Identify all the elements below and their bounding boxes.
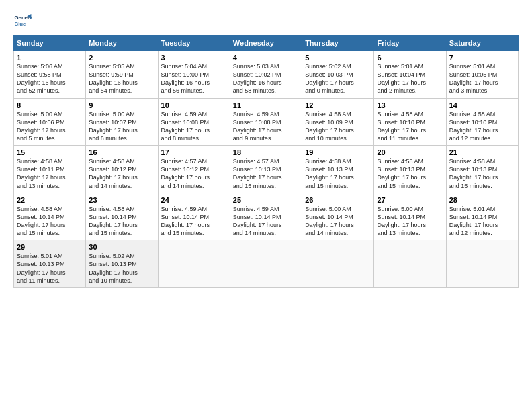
day-info: Sunrise: 5:01 AMSunset: 10:14 PMDaylight… xyxy=(449,205,515,238)
day-number: 16 xyxy=(89,148,154,156)
calendar-cell: 7Sunrise: 5:01 AMSunset: 10:05 PMDayligh… xyxy=(446,51,518,99)
day-number: 25 xyxy=(233,196,299,204)
day-info: Sunrise: 5:03 AMSunset: 10:02 PMDaylight… xyxy=(233,62,299,95)
day-info: Sunrise: 4:58 AMSunset: 10:13 PMDaylight… xyxy=(449,157,515,190)
day-number: 3 xyxy=(161,54,227,62)
day-info: Sunrise: 5:06 AMSunset: 9:58 PMDaylight:… xyxy=(17,62,83,95)
calendar-cell xyxy=(446,240,518,288)
day-info: Sunrise: 4:58 AMSunset: 10:11 PMDaylight… xyxy=(17,157,83,190)
header-tuesday: Tuesday xyxy=(158,36,230,51)
day-number: 1 xyxy=(17,54,83,62)
day-number: 20 xyxy=(377,148,443,156)
calendar-week-3: 15Sunrise: 4:58 AMSunset: 10:11 PMDaylig… xyxy=(14,146,519,193)
logo: General Blue xyxy=(13,12,35,31)
svg-text:Blue: Blue xyxy=(15,21,27,27)
calendar-cell: 4Sunrise: 5:03 AMSunset: 10:02 PMDayligh… xyxy=(230,51,302,99)
day-number: 26 xyxy=(305,196,371,204)
day-info: Sunrise: 4:58 AMSunset: 10:14 PMDaylight… xyxy=(17,205,83,238)
day-info: Sunrise: 4:58 AMSunset: 10:10 PMDaylight… xyxy=(377,110,443,143)
day-number: 12 xyxy=(305,101,371,109)
day-info: Sunrise: 4:58 AMSunset: 10:09 PMDaylight… xyxy=(305,110,371,143)
calendar-cell xyxy=(230,240,302,288)
calendar-cell xyxy=(158,240,230,288)
day-number: 18 xyxy=(233,148,299,156)
day-info: Sunrise: 5:05 AMSunset: 9:59 PMDaylight:… xyxy=(89,62,154,95)
calendar-cell: 19Sunrise: 4:58 AMSunset: 10:13 PMDaylig… xyxy=(302,146,374,193)
day-number: 6 xyxy=(377,54,443,62)
day-info: Sunrise: 4:57 AMSunset: 10:13 PMDaylight… xyxy=(233,157,299,190)
calendar-table: SundayMondayTuesdayWednesdayThursdayFrid… xyxy=(13,35,519,288)
day-info: Sunrise: 5:01 AMSunset: 10:13 PMDaylight… xyxy=(17,252,83,285)
day-number: 11 xyxy=(233,101,299,109)
calendar-cell xyxy=(374,240,446,288)
day-number: 19 xyxy=(305,148,371,156)
day-info: Sunrise: 4:58 AMSunset: 10:13 PMDaylight… xyxy=(377,157,443,190)
calendar-cell: 6Sunrise: 5:01 AMSunset: 10:04 PMDayligh… xyxy=(374,51,446,99)
calendar-cell: 30Sunrise: 5:02 AMSunset: 10:13 PMDaylig… xyxy=(86,240,158,288)
day-number: 9 xyxy=(89,101,154,109)
calendar-cell: 27Sunrise: 5:00 AMSunset: 10:14 PMDaylig… xyxy=(374,193,446,240)
day-number: 15 xyxy=(17,148,83,156)
header-friday: Friday xyxy=(374,36,446,51)
day-number: 10 xyxy=(161,101,227,109)
header-thursday: Thursday xyxy=(302,36,374,51)
day-number: 17 xyxy=(161,148,227,156)
day-number: 21 xyxy=(449,148,515,156)
day-info: Sunrise: 4:58 AMSunset: 10:13 PMDaylight… xyxy=(305,157,371,190)
day-info: Sunrise: 5:01 AMSunset: 10:05 PMDaylight… xyxy=(449,62,515,95)
calendar-cell: 1Sunrise: 5:06 AMSunset: 9:58 PMDaylight… xyxy=(14,51,86,99)
day-number: 4 xyxy=(233,54,299,62)
calendar-week-4: 22Sunrise: 4:58 AMSunset: 10:14 PMDaylig… xyxy=(14,193,519,240)
day-info: Sunrise: 5:01 AMSunset: 10:04 PMDaylight… xyxy=(377,62,443,95)
day-number: 14 xyxy=(449,101,515,109)
calendar-cell: 21Sunrise: 4:58 AMSunset: 10:13 PMDaylig… xyxy=(446,146,518,193)
calendar-cell: 15Sunrise: 4:58 AMSunset: 10:11 PMDaylig… xyxy=(14,146,86,193)
day-number: 30 xyxy=(89,243,154,251)
calendar-cell: 12Sunrise: 4:58 AMSunset: 10:09 PMDaylig… xyxy=(302,98,374,146)
logo-icon: General Blue xyxy=(13,12,32,31)
day-info: Sunrise: 4:59 AMSunset: 10:14 PMDaylight… xyxy=(233,205,299,238)
calendar-header-row: SundayMondayTuesdayWednesdayThursdayFrid… xyxy=(14,36,519,51)
day-info: Sunrise: 5:04 AMSunset: 10:00 PMDaylight… xyxy=(161,62,227,95)
calendar-cell: 25Sunrise: 4:59 AMSunset: 10:14 PMDaylig… xyxy=(230,193,302,240)
calendar-cell: 11Sunrise: 4:59 AMSunset: 10:08 PMDaylig… xyxy=(230,98,302,146)
calendar-cell: 23Sunrise: 4:58 AMSunset: 10:14 PMDaylig… xyxy=(86,193,158,240)
header-wednesday: Wednesday xyxy=(230,36,302,51)
day-info: Sunrise: 4:58 AMSunset: 10:10 PMDaylight… xyxy=(449,110,515,143)
calendar-cell: 28Sunrise: 5:01 AMSunset: 10:14 PMDaylig… xyxy=(446,193,518,240)
day-info: Sunrise: 5:02 AMSunset: 10:03 PMDaylight… xyxy=(305,62,371,95)
header-saturday: Saturday xyxy=(446,36,518,51)
day-number: 29 xyxy=(17,243,83,251)
calendar-cell: 9Sunrise: 5:00 AMSunset: 10:07 PMDayligh… xyxy=(86,98,158,146)
header-monday: Monday xyxy=(86,36,158,51)
day-number: 2 xyxy=(89,54,154,62)
calendar-cell: 17Sunrise: 4:57 AMSunset: 10:12 PMDaylig… xyxy=(158,146,230,193)
calendar-cell xyxy=(302,240,374,288)
calendar-cell: 5Sunrise: 5:02 AMSunset: 10:03 PMDayligh… xyxy=(302,51,374,99)
day-number: 23 xyxy=(89,196,154,204)
day-number: 22 xyxy=(17,196,83,204)
day-number: 24 xyxy=(161,196,227,204)
day-info: Sunrise: 5:00 AMSunset: 10:06 PMDaylight… xyxy=(17,110,83,143)
calendar-cell: 26Sunrise: 5:00 AMSunset: 10:14 PMDaylig… xyxy=(302,193,374,240)
day-info: Sunrise: 4:59 AMSunset: 10:08 PMDaylight… xyxy=(161,110,227,143)
calendar-week-2: 8Sunrise: 5:00 AMSunset: 10:06 PMDayligh… xyxy=(14,98,519,146)
day-info: Sunrise: 4:59 AMSunset: 10:08 PMDaylight… xyxy=(233,110,299,143)
day-info: Sunrise: 5:02 AMSunset: 10:13 PMDaylight… xyxy=(89,252,154,285)
calendar-cell: 2Sunrise: 5:05 AMSunset: 9:59 PMDaylight… xyxy=(86,51,158,99)
calendar-cell: 24Sunrise: 4:59 AMSunset: 10:14 PMDaylig… xyxy=(158,193,230,240)
day-info: Sunrise: 4:59 AMSunset: 10:14 PMDaylight… xyxy=(161,205,227,238)
day-info: Sunrise: 5:00 AMSunset: 10:14 PMDaylight… xyxy=(377,205,443,238)
day-info: Sunrise: 4:58 AMSunset: 10:14 PMDaylight… xyxy=(89,205,154,238)
day-number: 7 xyxy=(449,54,515,62)
calendar-cell: 14Sunrise: 4:58 AMSunset: 10:10 PMDaylig… xyxy=(446,98,518,146)
calendar-cell: 22Sunrise: 4:58 AMSunset: 10:14 PMDaylig… xyxy=(14,193,86,240)
calendar-cell: 13Sunrise: 4:58 AMSunset: 10:10 PMDaylig… xyxy=(374,98,446,146)
day-info: Sunrise: 4:58 AMSunset: 10:12 PMDaylight… xyxy=(89,157,154,190)
calendar-cell: 20Sunrise: 4:58 AMSunset: 10:13 PMDaylig… xyxy=(374,146,446,193)
day-info: Sunrise: 4:57 AMSunset: 10:12 PMDaylight… xyxy=(161,157,227,190)
day-number: 28 xyxy=(449,196,515,204)
day-number: 27 xyxy=(377,196,443,204)
calendar-cell: 16Sunrise: 4:58 AMSunset: 10:12 PMDaylig… xyxy=(86,146,158,193)
day-number: 5 xyxy=(305,54,371,62)
